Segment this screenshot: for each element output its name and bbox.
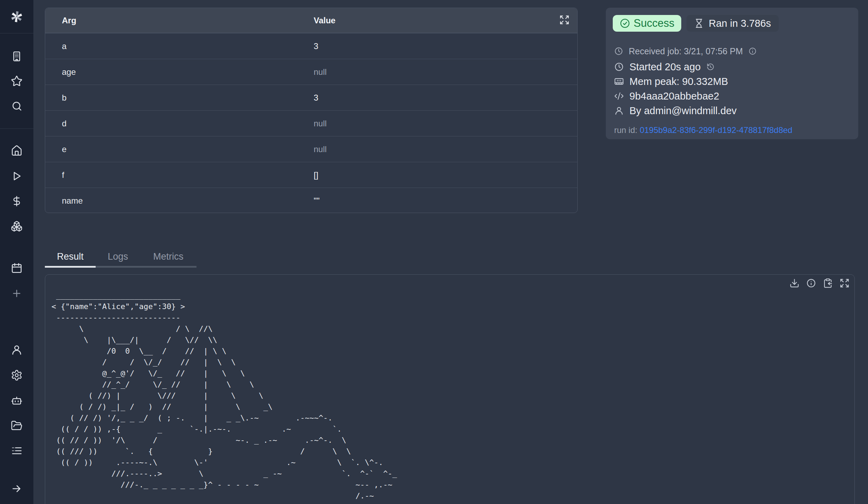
variables-dollar-icon[interactable] — [11, 195, 23, 207]
code-icon — [614, 91, 624, 101]
workspace-building-icon[interactable] — [11, 50, 23, 62]
arg-name: d — [62, 119, 66, 128]
arg-name: f — [62, 170, 64, 180]
script-hash-link[interactable]: 9b4aaa20abbebae2 — [629, 90, 719, 102]
arg-value: null — [314, 67, 327, 77]
tabbar-active-indicator — [45, 266, 96, 268]
resources-boxes-icon[interactable] — [11, 220, 23, 232]
schedules-calendar-icon[interactable] — [11, 262, 23, 274]
info-icon[interactable] — [748, 47, 757, 55]
table-row: b 3 — [45, 85, 577, 110]
maximize-icon[interactable] — [839, 278, 850, 290]
arg-name: age — [62, 67, 76, 77]
arg-name: name — [62, 196, 83, 206]
result-toolbar — [789, 278, 850, 290]
run-id-label: run id: — [614, 125, 640, 135]
arg-name: a — [62, 41, 66, 51]
started-label: Started 20s ago — [629, 61, 701, 73]
expand-sidebar-arrow-icon[interactable] — [11, 483, 23, 495]
runs-play-icon[interactable] — [11, 170, 23, 182]
history-clock-icon[interactable] — [706, 63, 715, 71]
table-row: e null — [45, 136, 577, 162]
clipboard-copy-icon[interactable] — [823, 278, 833, 290]
arg-value: null — [314, 144, 327, 154]
search-icon[interactable] — [11, 100, 23, 112]
mem-peak-label: Mem peak: 90.332MB — [629, 76, 728, 87]
sidebar-divider — [0, 33, 33, 33]
expand-args-icon[interactable] — [559, 15, 570, 26]
author-label: By admin@windmill.dev — [629, 105, 737, 117]
home-icon[interactable] — [11, 145, 23, 157]
mem-peak-row: Mem peak: 90.332MB — [614, 74, 728, 88]
tab-metrics[interactable]: Metrics — [140, 247, 196, 266]
arg-value: 3 — [314, 93, 318, 103]
received-job-label: Received job: 3/21, 07:56 PM — [629, 46, 743, 56]
settings-gear-icon[interactable] — [11, 369, 23, 381]
memory-stick-icon — [614, 77, 624, 86]
clock-icon — [614, 62, 624, 72]
add-plus-icon[interactable] — [11, 288, 23, 299]
run-id-row: run id: 0195b9a2-83f6-299f-d192-478817f8… — [614, 125, 792, 135]
arg-value: null — [314, 119, 327, 128]
download-icon[interactable] — [789, 278, 799, 290]
status-badge: Success — [613, 15, 681, 32]
value-column-header: Value — [314, 16, 336, 25]
user-icon — [614, 106, 624, 116]
check-circle-icon — [620, 18, 630, 29]
job-status-panel: Success Ran in 3.786s Received job: 3/21… — [606, 8, 858, 139]
arg-value: "" — [314, 196, 320, 206]
hourglass-icon — [694, 18, 704, 28]
args-table-header: Arg Value — [45, 8, 577, 33]
user-icon[interactable] — [11, 344, 23, 356]
favorites-star-icon[interactable] — [11, 75, 23, 87]
sidebar-divider — [0, 128, 33, 129]
arg-value: 3 — [314, 41, 318, 51]
tab-logs[interactable]: Logs — [96, 247, 140, 266]
run-id-link[interactable]: 0195b9a2-83f6-299f-d192-478817f8d8ed — [640, 125, 792, 135]
table-row: name "" — [45, 188, 577, 213]
tabbar-track — [96, 266, 196, 268]
duration-label: Ran in 3.786s — [709, 18, 771, 29]
duration-chip: Ran in 3.786s — [686, 15, 779, 32]
tab-result[interactable]: Result — [45, 247, 96, 266]
received-job-row: Received job: 3/21, 07:56 PM — [614, 44, 757, 58]
clock-icon — [614, 47, 623, 56]
folders-icon[interactable] — [11, 420, 23, 432]
script-hash-row: 9b4aaa20abbebae2 — [614, 89, 719, 103]
workers-bot-icon[interactable] — [11, 395, 23, 407]
table-row: age null — [45, 59, 577, 85]
table-row: a 3 — [45, 33, 577, 59]
result-ascii-output: ___________________________ < {"name":"A… — [51, 290, 397, 502]
table-row: f [] — [45, 162, 577, 188]
arg-column-header: Arg — [62, 16, 76, 25]
arg-value: [] — [314, 170, 318, 180]
status-badge-label: Success — [634, 17, 674, 30]
result-panel: ___________________________ < {"name":"A… — [45, 274, 855, 504]
args-table: Arg Value a 3 age null b 3 d null e — [45, 8, 578, 213]
started-row: Started 20s ago — [614, 60, 715, 74]
job-run-page: Arg Value a 3 age null b 3 d null e — [0, 0, 868, 504]
sidebar — [0, 0, 33, 504]
arg-name: e — [62, 144, 66, 154]
table-row: d null — [45, 110, 577, 136]
author-row: By admin@windmill.dev — [614, 104, 737, 118]
logs-list-icon[interactable] — [11, 445, 23, 457]
result-tabs: Result Logs Metrics — [45, 247, 196, 266]
arg-name: b — [62, 93, 66, 103]
windmill-logo-icon[interactable] — [9, 9, 24, 24]
info-icon[interactable] — [806, 278, 816, 290]
